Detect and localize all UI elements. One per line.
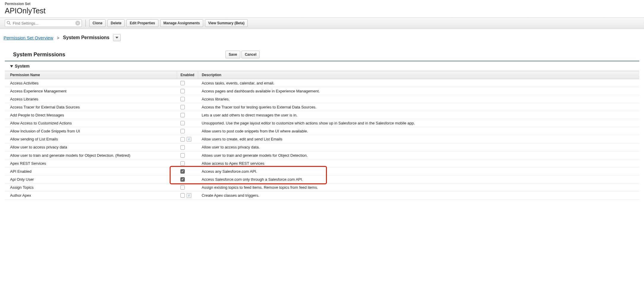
toolbar-divider bbox=[85, 20, 86, 27]
permission-name-cell: Author Apex bbox=[5, 191, 177, 200]
permission-checkbox[interactable] bbox=[180, 193, 185, 198]
table-row: Access ActivitiesAccess tasks, events, c… bbox=[5, 79, 639, 87]
svg-line-1 bbox=[9, 24, 11, 25]
permission-name-cell: Access Activities bbox=[5, 79, 177, 87]
permission-checkbox[interactable] bbox=[180, 105, 185, 109]
table-row: API EnabledAccess any Salesforce.com API… bbox=[5, 167, 639, 175]
permission-description-cell: Allow access to Apex REST services bbox=[198, 159, 639, 167]
table-row: Allow sending of List EmailsiAllow users… bbox=[5, 135, 639, 143]
permission-name-cell: Assign Topics bbox=[5, 183, 177, 191]
info-icon[interactable]: i bbox=[187, 193, 191, 198]
permission-enabled-cell bbox=[177, 111, 198, 119]
svg-point-0 bbox=[7, 21, 10, 24]
table-row: Allow user to train and generate models … bbox=[5, 151, 639, 159]
permission-checkbox[interactable] bbox=[180, 185, 185, 190]
clear-search-icon[interactable]: ✕ bbox=[75, 21, 80, 25]
permission-name-cell: API Enabled bbox=[5, 167, 177, 175]
permission-name-cell: Allow user to access privacy data bbox=[5, 143, 177, 151]
permission-checkbox[interactable] bbox=[180, 113, 185, 117]
table-row: Allow user to access privacy dataAllow u… bbox=[5, 143, 639, 151]
permission-description-cell: Allows user to train and generate models… bbox=[198, 151, 639, 159]
permission-description-cell: Access any Salesforce.com API. bbox=[198, 167, 639, 175]
permission-name-cell: Allow user to train and generate models … bbox=[5, 151, 177, 159]
permission-enabled-cell: i bbox=[177, 135, 198, 143]
permission-checkbox[interactable] bbox=[180, 169, 185, 174]
permission-name-cell: Access Libraries bbox=[5, 95, 177, 103]
col-header-enabled: Enabled bbox=[177, 71, 198, 79]
permission-checkbox[interactable] bbox=[180, 129, 185, 133]
permission-enabled-cell bbox=[177, 183, 198, 191]
table-row: Access LibrariesAccess libraries. bbox=[5, 95, 639, 103]
group-system-header[interactable]: System bbox=[5, 61, 639, 71]
permission-enabled-cell: i bbox=[177, 191, 198, 200]
section-title: System Permissions bbox=[13, 52, 65, 58]
permission-checkbox[interactable] bbox=[180, 177, 185, 182]
permission-enabled-cell bbox=[177, 95, 198, 103]
permission-name-cell: Apex REST Services bbox=[5, 159, 177, 167]
permission-name-cell: Api Only User bbox=[5, 175, 177, 183]
permission-enabled-cell bbox=[177, 167, 198, 175]
permission-checkbox[interactable] bbox=[180, 121, 185, 125]
delete-button[interactable]: Delete bbox=[107, 19, 125, 27]
permission-description-cell: Access the Tracer tool for testing queri… bbox=[198, 103, 639, 111]
table-row: Allow Access to Customized ActionsUnsupp… bbox=[5, 119, 639, 127]
permission-checkbox[interactable] bbox=[180, 89, 185, 93]
permission-enabled-cell bbox=[177, 87, 198, 95]
permission-description-cell: Access pages and dashboards available in… bbox=[198, 87, 639, 95]
breadcrumb-dropdown-button[interactable] bbox=[113, 34, 121, 41]
view-summary-button[interactable]: View Summary (Beta) bbox=[205, 19, 248, 27]
table-row: Author ApexiCreate Apex classes and trig… bbox=[5, 191, 639, 200]
manage-assignments-button[interactable]: Manage Assignments bbox=[160, 19, 203, 27]
permission-description-cell: Create Apex classes and triggers. bbox=[198, 191, 639, 200]
search-icon bbox=[7, 21, 11, 26]
breadcrumb-current: System Permissions bbox=[63, 35, 109, 40]
permission-enabled-cell bbox=[177, 151, 198, 159]
permission-description-cell: Allow users to post code snippets from t… bbox=[198, 127, 639, 135]
cancel-button[interactable]: Cancel bbox=[241, 51, 260, 58]
permission-name-cell: Add People to Direct Messages bbox=[5, 111, 177, 119]
permission-description-cell: Access libraries. bbox=[198, 95, 639, 103]
permission-checkbox[interactable] bbox=[180, 161, 185, 166]
save-button[interactable]: Save bbox=[225, 51, 240, 58]
edit-properties-button[interactable]: Edit Properties bbox=[126, 19, 158, 27]
breadcrumb: Permission Set Overview > System Permiss… bbox=[0, 29, 644, 44]
permissions-table: Permission Name Enabled Description Acce… bbox=[5, 71, 639, 200]
permission-enabled-cell bbox=[177, 175, 198, 183]
search-input[interactable] bbox=[5, 19, 82, 27]
permission-description-cell: Allow users to create, edit and send Lis… bbox=[198, 135, 639, 143]
clone-button[interactable]: Clone bbox=[89, 19, 106, 27]
col-header-description: Description bbox=[198, 71, 639, 79]
table-row: Apex REST ServicesAllow access to Apex R… bbox=[5, 159, 639, 167]
permission-name-cell: Access Tracer for External Data Sources bbox=[5, 103, 177, 111]
permission-enabled-cell bbox=[177, 103, 198, 111]
breadcrumb-overview-link[interactable]: Permission Set Overview bbox=[4, 35, 53, 40]
permission-enabled-cell bbox=[177, 143, 198, 151]
info-icon[interactable]: i bbox=[187, 137, 191, 142]
permission-description-cell: Access tasks, events, calendar, and emai… bbox=[198, 79, 639, 87]
toolbar: ✕ Clone Delete Edit Properties Manage As… bbox=[0, 17, 644, 29]
permission-name-cell: Allow Inclusion of Code Snippets from UI bbox=[5, 127, 177, 135]
permission-checkbox[interactable] bbox=[180, 97, 185, 101]
table-row: Access Tracer for External Data SourcesA… bbox=[5, 103, 639, 111]
permission-checkbox[interactable] bbox=[180, 153, 185, 158]
table-row: Allow Inclusion of Code Snippets from UI… bbox=[5, 127, 639, 135]
page-label: Permission Set bbox=[5, 2, 639, 6]
permission-description-cell: Unsupported. Use the page layout editor … bbox=[198, 119, 639, 127]
permission-checkbox[interactable] bbox=[180, 137, 185, 142]
chevron-down-icon bbox=[115, 37, 118, 39]
permission-enabled-cell bbox=[177, 159, 198, 167]
page-title: APIOnlyTest bbox=[5, 7, 639, 15]
permission-name-cell: Access Experience Management bbox=[5, 87, 177, 95]
permission-checkbox[interactable] bbox=[180, 81, 185, 85]
permission-name-cell: Allow sending of List Emails bbox=[5, 135, 177, 143]
permission-description-cell: Lets a user add others to direct message… bbox=[198, 111, 639, 119]
permission-description-cell: Allow user to access privacy data. bbox=[198, 143, 639, 151]
permission-name-cell: Allow Access to Customized Actions bbox=[5, 119, 177, 127]
permission-enabled-cell bbox=[177, 79, 198, 87]
permission-checkbox[interactable] bbox=[180, 145, 185, 150]
table-row: Add People to Direct MessagesLets a user… bbox=[5, 111, 639, 119]
table-row: Assign TopicsAssign existing topics to f… bbox=[5, 183, 639, 191]
breadcrumb-separator: > bbox=[57, 35, 60, 40]
permission-description-cell: Access Salesforce.com only through a Sal… bbox=[198, 175, 639, 183]
permission-enabled-cell bbox=[177, 119, 198, 127]
